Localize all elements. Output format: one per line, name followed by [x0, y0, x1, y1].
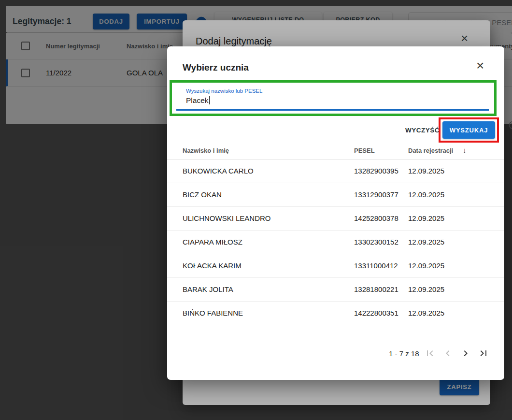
student-row[interactable]: KOŁACKA KARIM 13311000412 12.09.2025: [167, 254, 504, 278]
student-name: BARAK JOLITA: [183, 285, 233, 293]
text-cursor: [209, 96, 210, 104]
student-search-label: Wyszukaj nazwisko lub PESEL: [186, 88, 262, 94]
student-name: BIŃKO FABIENNE: [183, 309, 243, 317]
student-date: 12.09.2025: [408, 214, 444, 222]
student-search-value: Placek: [186, 96, 209, 104]
student-name: KOŁACKA KARIM: [183, 261, 242, 270]
student-date: 12.09.2025: [408, 167, 444, 175]
student-pesel: 13312900377: [354, 190, 398, 199]
student-date: 12.09.2025: [408, 309, 444, 317]
student-date: 12.09.2025: [408, 261, 444, 270]
field-focus-underline: [176, 109, 489, 111]
last-page-icon[interactable]: [478, 348, 489, 359]
student-pesel: 14252800378: [354, 214, 398, 222]
wybierz-ucznia-modal: Wybierz ucznia × Wyszukaj nazwisko lub P…: [167, 46, 504, 380]
sort-desc-icon[interactable]: ↓: [463, 146, 467, 154]
student-name: CIAPARA MIŁOSZ: [183, 238, 242, 246]
student-search-input[interactable]: Placek: [186, 96, 210, 105]
student-pesel: 14222800351: [354, 309, 398, 317]
wyszukaj-button[interactable]: WYSZUKAJ: [442, 121, 495, 139]
student-date: 12.09.2025: [408, 190, 444, 199]
student-modal-title: Wybierz ucznia: [183, 62, 249, 73]
prev-page-icon[interactable]: [442, 348, 454, 359]
student-name: ULICHNOWSKI LEANDRO: [183, 214, 271, 222]
student-date: 12.09.2025: [408, 285, 444, 293]
student-name: BUKOWICKA CARLO: [183, 167, 254, 175]
student-row[interactable]: BUKOWICKA CARLO 13282900395 12.09.2025: [167, 159, 504, 183]
student-pesel: 13282900395: [354, 167, 398, 175]
student-row[interactable]: CIAPARA MIŁOSZ 13302300152 12.09.2025: [167, 231, 504, 254]
student-pesel: 13281800221: [354, 285, 398, 293]
next-page-icon[interactable]: [460, 348, 471, 359]
student-modal-close-icon[interactable]: ×: [476, 59, 484, 72]
col-name[interactable]: Nazwisko i imię: [183, 147, 229, 154]
student-row[interactable]: BARAK JOLITA 13281800221 12.09.2025: [167, 278, 504, 302]
col-date[interactable]: Data rejestracji: [408, 147, 453, 154]
student-row[interactable]: BICZ OKAN 13312900377 12.09.2025: [167, 183, 504, 207]
paginator-range: 1 - 7 z 18: [389, 349, 419, 358]
student-rows: BUKOWICKA CARLO 13282900395 12.09.2025 B…: [167, 159, 504, 325]
first-page-icon[interactable]: [424, 348, 436, 359]
col-pesel[interactable]: PESEL: [354, 147, 375, 154]
student-pesel: 13311000412: [354, 261, 398, 270]
student-date: 12.09.2025: [408, 238, 444, 246]
student-name: BICZ OKAN: [183, 190, 222, 199]
paginator: 1 - 7 z 18: [167, 344, 504, 366]
student-row[interactable]: BIŃKO FABIENNE 14222800351 12.09.2025: [167, 302, 504, 325]
wyczysc-button[interactable]: WYCZYŚĆ: [402, 122, 439, 138]
student-pesel: 13302300152: [354, 238, 398, 246]
student-row[interactable]: ULICHNOWSKI LEANDRO 14252800378 12.09.20…: [167, 207, 504, 231]
student-table-header: Nazwisko i imię PESEL Data rejestracji ↓: [167, 143, 504, 159]
